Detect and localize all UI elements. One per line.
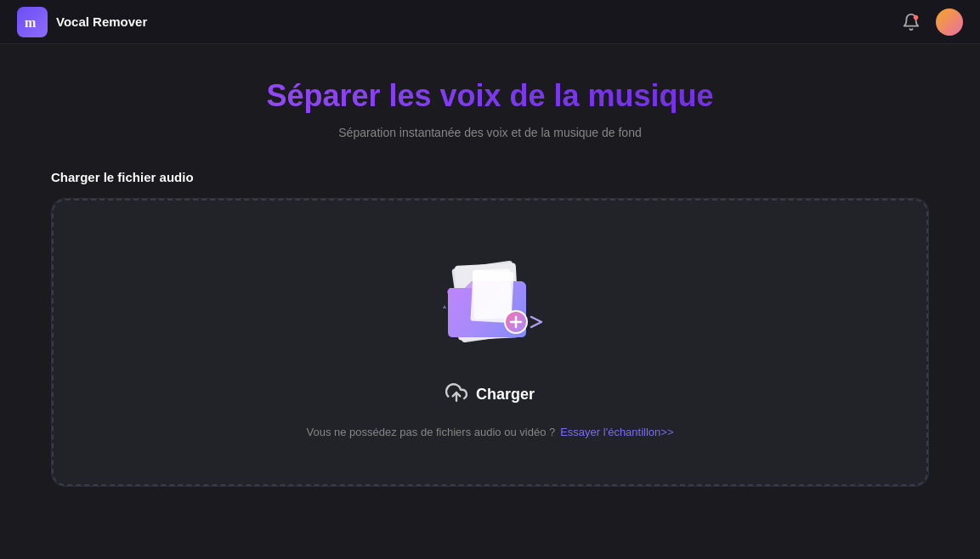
- main-content: Séparer les voix de la musique Séparatio…: [0, 44, 980, 512]
- upload-button[interactable]: Charger: [445, 381, 535, 409]
- app-title: Vocal Remover: [56, 14, 147, 29]
- folder-illustration: [431, 247, 550, 358]
- upload-label: Charger: [476, 386, 535, 404]
- svg-rect-5: [473, 268, 512, 319]
- sample-link[interactable]: Essayer l'échantillon>>: [560, 426, 673, 438]
- notification-icon[interactable]: [898, 9, 924, 35]
- section-label: Charger le fichier audio: [51, 170, 929, 184]
- sample-text: Vous ne possédez pas de fichiers audio o…: [307, 426, 556, 438]
- app-logo: m: [17, 7, 48, 37]
- header-left: m Vocal Remover: [17, 7, 147, 37]
- page-subtitle: Séparation instantanée des voix et de la…: [51, 126, 929, 139]
- svg-text:m: m: [25, 15, 37, 30]
- sample-row: Vous ne possédez pas de fichiers audio o…: [307, 426, 674, 438]
- page-title: Séparer les voix de la musique: [51, 78, 929, 114]
- upload-icon: [445, 381, 467, 409]
- header-right: [898, 8, 963, 36]
- app-header: m Vocal Remover: [0, 0, 980, 44]
- user-avatar[interactable]: [936, 8, 963, 36]
- upload-area[interactable]: Charger Vous ne possédez pas de fichiers…: [51, 198, 929, 487]
- svg-point-1: [914, 14, 919, 20]
